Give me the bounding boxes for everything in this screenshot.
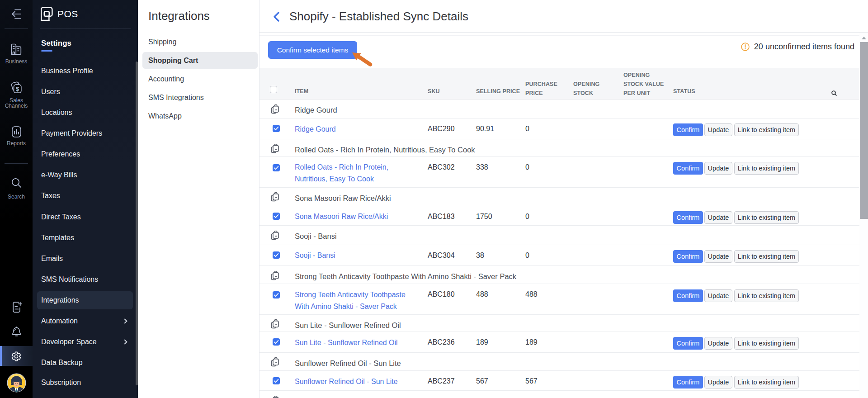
svg-text:$: $ [16, 85, 19, 92]
